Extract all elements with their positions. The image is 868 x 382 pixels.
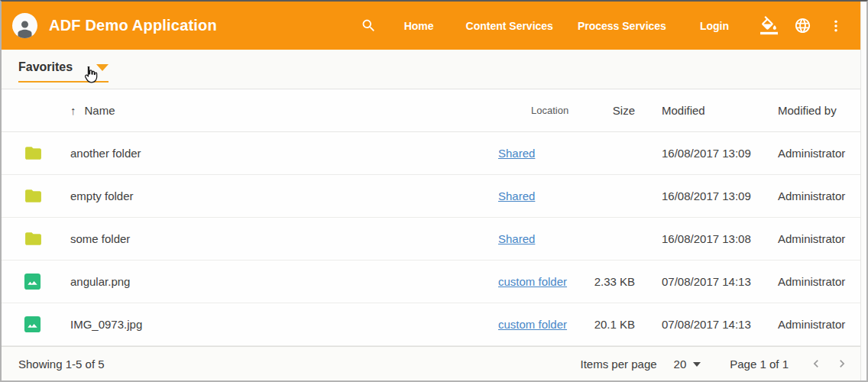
row-icon-cell [2,316,53,333]
modified-by-column-header[interactable]: Modified by [755,104,860,117]
globe-icon [794,17,811,34]
size-column-header[interactable]: Size [579,104,639,117]
name-column-header[interactable]: ↑ Name [53,104,487,117]
location-link[interactable]: custom folder [498,318,567,331]
row-modified-by: Administrator [755,147,860,160]
modified-column-header[interactable]: Modified [639,104,755,117]
image-file-icon [24,316,41,333]
more-menu-button[interactable] [828,18,844,34]
folder-icon [24,229,43,248]
items-per-page-value: 20 [674,358,687,371]
row-name: empty folder [53,189,487,202]
row-modified: 07/08/2017 14:13 [639,275,755,288]
row-modified: 16/08/2017 13:09 [639,147,755,160]
row-modified: 07/08/2017 14:13 [639,318,755,331]
search-icon [361,18,377,34]
language-menu-button[interactable] [794,17,811,34]
more-vert-icon [828,18,844,34]
location-column-header[interactable]: Location [487,105,579,116]
row-name: some folder [53,232,487,245]
row-size: 2.33 KB [579,275,639,288]
row-location-cell: custom folder [487,318,579,331]
table-header-row: ↑ Name Location Size Modified Modified b… [2,89,860,132]
avatar [12,13,37,38]
row-location-cell: Shared [487,232,579,245]
location-link[interactable]: Shared [498,232,535,245]
paginator: Showing 1-5 of 5 Items per page 20 Page … [2,346,860,380]
chevron-down-icon [96,64,108,71]
row-modified: 16/08/2017 13:08 [639,232,755,245]
favorites-label: Favorites [18,60,73,74]
row-location-cell: Shared [487,189,579,202]
app-title: ADF Demo Application [49,17,217,34]
app-header: ADF Demo Application Home Content Servic… [2,2,860,50]
items-per-page-label: Items per page [581,358,657,371]
location-link[interactable]: Shared [498,147,535,160]
row-icon-cell [2,144,53,163]
chevron-down-icon [693,362,701,367]
folder-icon [24,144,43,163]
row-name: IMG_0973.jpg [53,318,487,331]
location-link[interactable]: custom folder [498,275,567,288]
paginator-controls: Items per page 20 Page 1 of 1 [581,356,850,371]
previous-page-button[interactable] [808,356,824,371]
row-name: another folder [53,147,487,160]
person-icon [15,18,35,38]
row-size: 20.1 KB [579,318,639,331]
table-row-some-folder[interactable]: some folder Shared 16/08/2017 13:08 Admi… [2,218,860,261]
folder-icon [24,186,43,206]
row-modified-by: Administrator [755,232,860,245]
nav-item-content-services[interactable]: Content Services [466,15,553,37]
table-row-img-0973-jpg[interactable]: IMG_0973.jpg custom folder 20.1 KB 07/08… [2,303,860,346]
row-modified-by: Administrator [755,189,860,202]
row-modified-by: Administrator [755,275,860,288]
name-column-label: Name [85,104,115,117]
nav-item-login[interactable]: Login [700,15,729,37]
row-icon-cell [2,186,53,206]
sort-ascending-icon: ↑ [70,104,76,117]
theme-picker-button[interactable] [760,16,779,35]
next-page-button[interactable] [834,356,850,371]
app-main: ADF Demo Application Home Content Servic… [2,2,860,380]
app-window: ADF Demo Application Home Content Servic… [0,0,868,382]
showing-range-label: Showing 1-5 of 5 [18,358,105,371]
row-location-cell: custom folder [487,275,579,288]
table-row-angular-png[interactable]: angular.png custom folder 2.33 KB 07/08/… [2,261,860,303]
favorites-dropdown[interactable]: Favorites [18,60,108,83]
image-file-icon [24,273,41,290]
chevron-right-icon [834,356,850,371]
color-fill-icon [760,16,779,35]
row-modified-by: Administrator [755,318,860,331]
items-per-page-select[interactable]: 20 [674,358,701,371]
page-range-label: Page 1 of 1 [730,358,789,371]
nav-item-process-services[interactable]: Process Services [578,15,666,37]
row-name: angular.png [53,275,487,288]
search-button[interactable] [361,18,377,34]
row-icon-cell [2,229,53,248]
location-link[interactable]: Shared [498,189,535,202]
document-list: ↑ Name Location Size Modified Modified b… [2,89,860,346]
view-toolbar: Favorites [2,50,860,89]
table-row-empty-folder[interactable]: empty folder Shared 16/08/2017 13:09 Adm… [2,175,860,218]
row-location-cell: Shared [487,147,579,160]
scrollbar-gutter[interactable] [860,2,866,380]
chevron-left-icon [808,356,824,371]
table-row-another-folder[interactable]: another folder Shared 16/08/2017 13:09 A… [2,132,860,175]
row-modified: 16/08/2017 13:09 [639,189,755,202]
nav-item-home[interactable]: Home [404,15,434,37]
row-icon-cell [2,273,53,290]
